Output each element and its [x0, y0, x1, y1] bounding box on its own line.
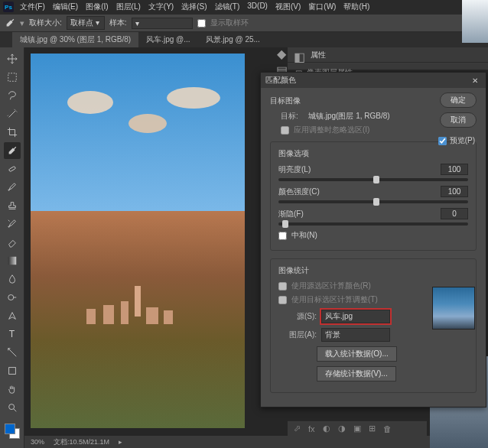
show-ring-checkbox[interactable] — [197, 19, 206, 28]
menu-3d[interactable]: 3D(D) — [247, 2, 268, 12]
heal-tool[interactable] — [4, 161, 21, 177]
color-intensity-slider[interactable] — [278, 200, 468, 203]
options-bar: ▾ 取样大小: 取样点 ▾ 样本: ▾ 显示取样环 — [0, 14, 488, 32]
eyedropper-tool[interactable] — [4, 142, 21, 159]
crop-tool[interactable] — [4, 124, 21, 141]
brush-tool[interactable] — [4, 179, 21, 196]
neutralize-label: 中和(N) — [291, 230, 317, 241]
dodge-tool[interactable] — [4, 289, 21, 306]
new-layer-icon[interactable]: ⊞ — [369, 424, 376, 433]
doc-size: 文档:10.5M/21.1M — [54, 437, 109, 447]
fill-adj-icon[interactable]: ◑ — [338, 424, 346, 433]
marquee-tool[interactable] — [4, 69, 21, 86]
lasso-tool[interactable] — [4, 87, 21, 104]
brightness-value[interactable]: 100 — [441, 164, 468, 175]
blur-tool[interactable] — [4, 271, 21, 287]
menu-window[interactable]: 窗口(W) — [308, 2, 336, 12]
image-stats-title: 图像统计 — [278, 265, 468, 276]
fade-value[interactable]: 0 — [441, 208, 468, 219]
group-icon[interactable]: ▣ — [353, 424, 361, 433]
target-label: 目标: — [281, 111, 304, 122]
preview-checkbox[interactable] — [438, 137, 447, 145]
dialog-titlebar[interactable]: 匹配颜色 ✕ — [261, 73, 486, 88]
image-options-title: 图像选项 — [278, 148, 468, 159]
dialog-title: 匹配颜色 — [265, 75, 296, 86]
sample-size-select[interactable]: 取样点 ▾ — [67, 16, 105, 30]
properties-panel-header: ◧ 属性 — [288, 47, 488, 63]
color-intensity-value[interactable]: 100 — [441, 186, 468, 197]
menu-help[interactable]: 帮助(H) — [343, 2, 369, 12]
path-tool[interactable] — [4, 344, 21, 361]
image-stats-group: 图像统计 使用源选区计算颜色(R) 使用目标选区计算调整(T) 源(S): 风车… — [270, 258, 477, 393]
menu-file[interactable]: 文件(F) — [20, 2, 45, 12]
eraser-tool[interactable] — [4, 234, 21, 251]
neutralize-checkbox[interactable] — [278, 232, 287, 240]
source-select[interactable]: 风车.jpg — [321, 310, 390, 323]
source-selection-label: 使用源选区计算颜色(R) — [291, 281, 371, 291]
fade-label: 渐隐(F) — [278, 209, 304, 219]
tab-doc-3[interactable]: 风景.jpg @ 25... — [198, 32, 268, 47]
menu-image[interactable]: 图像(I) — [86, 2, 108, 12]
source-preview-thumbnail — [432, 287, 475, 330]
svg-point-6 — [8, 404, 14, 410]
panel-icon-1[interactable]: ◆ — [275, 47, 288, 60]
foreground-color[interactable] — [5, 424, 15, 434]
move-tool[interactable] — [4, 50, 21, 67]
layer-select[interactable]: 背景 — [321, 328, 390, 342]
menu-filter[interactable]: 滤镜(T) — [215, 2, 240, 12]
ignore-selection-checkbox — [281, 126, 289, 135]
titlebar: Ps 文件(F) 编辑(E) 图像(I) 图层(L) 文字(Y) 选择(S) 滤… — [0, 0, 488, 14]
sample-type-select[interactable]: ▾ — [132, 18, 193, 29]
source-selection-checkbox — [278, 282, 287, 291]
brightness-slider[interactable] — [278, 178, 468, 181]
svg-rect-5 — [8, 368, 15, 375]
preview-checkbox-row: 预览(P) — [438, 135, 475, 146]
svg-rect-1 — [8, 166, 15, 171]
load-stats-button[interactable]: 载入统计数据(O)... — [317, 346, 397, 362]
shape-tool[interactable] — [4, 362, 21, 379]
document-tabs: 城镇.jpg @ 30% (图层 1, RGB/8) 风车.jpg @... 风… — [0, 32, 488, 47]
menu-type[interactable]: 文字(Y) — [148, 2, 174, 12]
cancel-button[interactable]: 取消 — [440, 112, 477, 128]
stamp-tool[interactable] — [4, 197, 21, 214]
color-intensity-row: 颜色强度(C) 100 — [278, 186, 468, 203]
wand-tool[interactable] — [4, 106, 21, 122]
menu-bar: 文件(F) 编辑(E) 图像(I) 图层(L) 文字(Y) 选择(S) 滤镜(T… — [20, 2, 369, 12]
color-swatch[interactable] — [5, 424, 20, 439]
brightness-row: 明亮度(L) 100 — [278, 164, 468, 181]
status-chevron-icon[interactable]: ▸ — [119, 438, 122, 446]
tab-doc-1[interactable]: 城镇.jpg @ 30% (图层 1, RGB/8) — [12, 32, 138, 47]
link-icon[interactable]: ⬀ — [294, 424, 301, 433]
svg-point-3 — [8, 295, 13, 300]
ok-button[interactable]: 确定 — [440, 93, 477, 108]
mask-icon[interactable]: ◐ — [323, 424, 330, 433]
fx-icon[interactable]: fx — [308, 424, 315, 433]
chevron-down-icon[interactable]: ▾ — [20, 18, 24, 28]
type-tool[interactable]: T — [4, 326, 21, 342]
menu-select[interactable]: 选择(S) — [181, 2, 207, 12]
adjacent-window-edge — [462, 0, 488, 43]
menu-layer[interactable]: 图层(L) — [116, 2, 141, 12]
pen-tool[interactable] — [4, 307, 21, 324]
svg-rect-2 — [8, 257, 16, 265]
gradient-tool[interactable] — [4, 252, 21, 269]
toolbox: T — [0, 47, 24, 448]
save-stats-button[interactable]: 存储统计数据(V)... — [317, 366, 396, 381]
trash-icon[interactable]: 🗑 — [383, 424, 392, 433]
ignore-selection-label: 应用调整时忽略选区(I) — [294, 125, 369, 135]
menu-edit[interactable]: 编辑(E) — [53, 2, 78, 12]
close-icon[interactable]: ✕ — [469, 76, 481, 85]
history-brush-tool[interactable] — [4, 216, 21, 232]
hand-tool[interactable] — [4, 381, 21, 398]
sample-size-label: 取样大小: — [29, 18, 62, 28]
zoom-level[interactable]: 30% — [31, 438, 44, 446]
fade-slider[interactable] — [278, 222, 468, 226]
adjustment-icon: ◧ — [294, 50, 304, 60]
target-value: 城镇.jpg(图层 1, RGB/8) — [308, 111, 390, 122]
menu-view[interactable]: 视图(V) — [275, 2, 301, 12]
tab-doc-2[interactable]: 风车.jpg @... — [138, 32, 197, 47]
zoom-tool[interactable] — [4, 399, 21, 416]
match-color-dialog: 匹配颜色 ✕ 确定 取消 预览(P) 目标图像 目标: 城镇.jpg(图层 1,… — [260, 72, 486, 407]
color-intensity-label: 颜色强度(C) — [278, 187, 320, 197]
sample-type-label: 样本: — [109, 18, 127, 28]
